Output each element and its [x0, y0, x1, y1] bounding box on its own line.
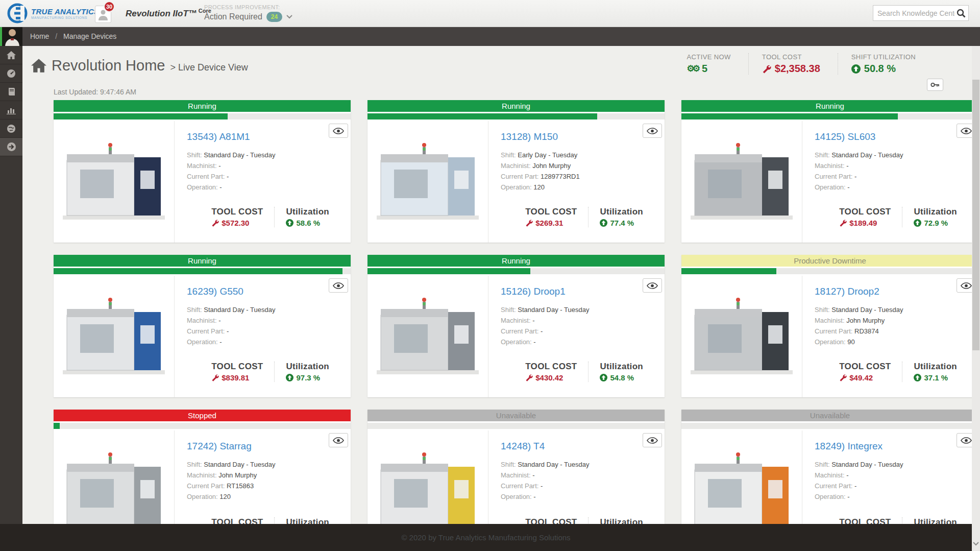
eye-icon: [961, 128, 972, 134]
detail-shift: Shift: Standard Day - Tuesday: [815, 459, 968, 470]
machine-photo: [368, 276, 488, 397]
tool-cost-block: TOOL COST $189.49: [828, 207, 902, 227]
progressbar-fill: [368, 113, 597, 119]
scroll-down-chevron-icon[interactable]: [973, 542, 979, 546]
wrench-icon: [839, 374, 847, 381]
device-title-link[interactable]: 18249) Integrex: [815, 441, 968, 452]
view-device-button[interactable]: [329, 278, 348, 293]
machine-photo: [681, 121, 802, 243]
logo-subtitle: MANUFACTURING SOLUTIONS: [31, 16, 99, 19]
sidebar-item-home[interactable]: [0, 46, 22, 64]
machine-photo: [681, 430, 802, 524]
view-device-button[interactable]: [643, 124, 662, 138]
detail-operation: Operation: 120: [501, 182, 654, 193]
utilization-block: Utilization 37.1 %: [902, 362, 968, 382]
sidebar-item-live-devices[interactable]: [0, 138, 22, 156]
device-title-link[interactable]: 13543) A81M1: [187, 131, 340, 142]
card-footer: TOOL COST $839.81 Utilization 97.3 %: [187, 362, 340, 397]
sidebar-item-reports[interactable]: [0, 101, 22, 119]
progressbar-fill: [681, 268, 776, 274]
breadcrumb-manage-devices-link[interactable]: Manage Devices: [63, 32, 116, 40]
view-device-button[interactable]: [643, 433, 662, 447]
sidebar-item-global[interactable]: [0, 119, 22, 138]
card-footer: TOOL COST $430.42 Utilization 54.8 %: [501, 362, 654, 397]
device-title-link[interactable]: 15126) Droop1: [501, 286, 654, 297]
avatar-photo: [2, 27, 22, 46]
top-navbar: TRUE ANALYTICS MANUFACTURING SOLUTIONS 3…: [0, 0, 980, 27]
globe-icon: [7, 124, 16, 133]
detail-current-part: Current Part: -: [815, 171, 968, 182]
view-device-button[interactable]: [957, 433, 972, 447]
progressbar-fill: [681, 113, 898, 119]
action-required-count-badge: 24: [266, 12, 282, 22]
progressbar-fill: [368, 268, 530, 274]
detail-machinist: Machinist: -: [815, 470, 968, 481]
device-card-grid: Running 13543) A81M1 Shift: Standard Day…: [54, 100, 972, 524]
copyright-text: © 2020 by True Analytics Manufacturing S…: [401, 533, 570, 542]
sidebar-item-journal[interactable]: [0, 83, 22, 101]
sidebar-item-dashboard[interactable]: [0, 64, 22, 83]
logo-title: TRUE ANALYTICS: [31, 7, 99, 16]
home-icon: [7, 51, 16, 59]
device-info: 17242) Starrag Shift: Standard Day - Tue…: [174, 430, 351, 524]
product-name: Revolution IIoT™Core: [126, 8, 211, 19]
detail-operation: Operation: 90: [815, 337, 968, 347]
utilization-block: Utilization: [274, 517, 340, 524]
machine-photo: [54, 430, 174, 524]
device-info: 13128) M150 Shift: Early Day - Tuesday M…: [488, 121, 665, 243]
utilization-progressbar: [368, 268, 665, 274]
company-logo[interactable]: TRUE ANALYTICS MANUFACTURING SOLUTIONS: [7, 3, 99, 23]
detail-machinist: Machinist: -: [187, 315, 340, 326]
detail-current-part: Current Part: RD3874: [815, 326, 968, 337]
sidebar: [0, 27, 22, 524]
eye-icon: [647, 437, 658, 444]
device-status-header: Running: [54, 255, 351, 267]
device-card: Running 13128) M150 Shift: Early Day - T…: [368, 100, 665, 243]
sidebar-user-avatar[interactable]: [0, 27, 22, 46]
notification-badge[interactable]: 30: [104, 1, 115, 12]
detail-operation: Operation: 120: [187, 491, 340, 502]
device-title-link[interactable]: 18127) Droop2: [815, 286, 968, 297]
view-device-button[interactable]: [329, 433, 348, 447]
scrollbar-thumb[interactable]: [972, 80, 979, 350]
device-title-link[interactable]: 16239) G550: [187, 286, 340, 297]
device-info: 13543) A81M1 Shift: Standard Day - Tuesd…: [174, 121, 351, 243]
device-title-link[interactable]: 13128) M150: [501, 131, 654, 142]
view-device-button[interactable]: [329, 124, 348, 138]
utilization-block: Utilization 54.8 %: [588, 362, 654, 382]
view-device-button[interactable]: [643, 278, 662, 293]
machine-photo: [54, 276, 174, 397]
utilization-progressbar: [681, 268, 972, 274]
device-title-link[interactable]: 14248) T4: [501, 441, 654, 452]
search-input[interactable]: [873, 9, 956, 17]
stat-active-now: ACTIVE NOW ⚙⚙ 5: [673, 53, 748, 75]
device-info: 16239) G550 Shift: Standard Day - Tuesda…: [174, 276, 351, 397]
detail-machinist: Machinist: -: [501, 315, 654, 326]
utilization-progressbar: [681, 113, 972, 119]
detail-current-part: Current Part: -: [501, 326, 654, 337]
machine-photo: [681, 276, 802, 397]
eye-icon: [333, 437, 344, 444]
utilization-block: Utilization 97.3 %: [274, 362, 340, 382]
view-device-button[interactable]: [957, 124, 972, 138]
detail-shift: Shift: Standard Day - Tuesday: [815, 150, 968, 160]
action-required-dropdown[interactable]: Action Required 24: [204, 12, 292, 22]
device-info: 18127) Droop2 Shift: Standard Day - Tues…: [802, 276, 972, 397]
detail-machinist: Machinist: -: [815, 160, 968, 171]
utilization-progressbar: [681, 423, 972, 429]
device-key-button[interactable]: [927, 79, 943, 91]
bar-chart-icon: [7, 106, 16, 114]
view-device-button[interactable]: [957, 278, 972, 293]
detail-current-part: Current Part: -: [187, 326, 340, 337]
action-required-label: Action Required: [204, 12, 262, 21]
detail-shift: Shift: Early Day - Tuesday: [501, 150, 654, 160]
breadcrumb-home-link[interactable]: Home: [30, 32, 49, 40]
device-title-link[interactable]: 17242) Starrag: [187, 441, 340, 452]
device-title-link[interactable]: 14125) SL603: [815, 131, 968, 142]
magnifier-icon[interactable]: [956, 8, 966, 18]
detail-operation: Operation: -: [187, 337, 340, 347]
gears-icon: ⚙⚙: [687, 64, 698, 73]
device-status-header: Productive Downtime: [681, 255, 972, 267]
detail-machinist: Machinist: John Murphy: [815, 315, 968, 326]
detail-machinist: Machinist: -: [501, 470, 654, 481]
